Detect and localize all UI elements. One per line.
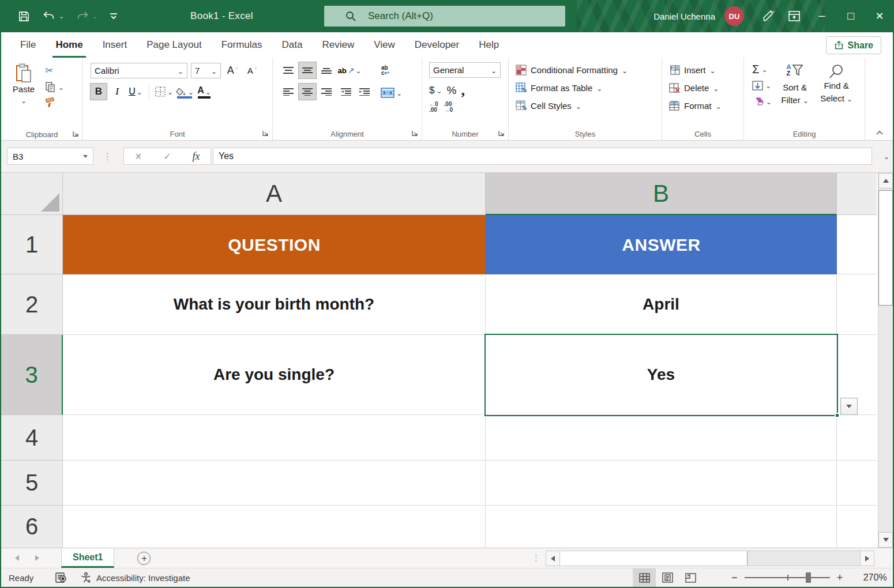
row-header-2[interactable]: 2 — [1, 274, 63, 335]
cell-b1[interactable]: ANSWER — [486, 215, 837, 274]
enter-button[interactable]: ✓ — [163, 151, 171, 162]
cell-b4[interactable] — [486, 415, 837, 461]
vertical-scrollbar-thumb[interactable] — [878, 190, 893, 306]
horizontal-scrollbar-track[interactable] — [747, 551, 860, 566]
decrease-indent-button[interactable] — [337, 84, 354, 100]
zoom-slider[interactable] — [745, 577, 830, 578]
row-header-5[interactable]: 5 — [1, 461, 63, 506]
number-format-combo[interactable]: General — [429, 62, 501, 78]
name-box[interactable]: B3 — [7, 148, 93, 165]
undo-dropdown-chevron-icon[interactable]: ⌄ — [59, 13, 64, 20]
tab-review[interactable]: Review — [312, 32, 364, 58]
macro-record-button[interactable] — [55, 572, 67, 583]
tab-view[interactable]: View — [364, 32, 405, 58]
wrap-text-button[interactable]: ab c↩ — [377, 62, 394, 78]
cell-fill[interactable] — [837, 415, 877, 461]
cancel-button[interactable]: ✕ — [134, 151, 142, 162]
accessibility-status[interactable]: Accessibility: Investigate — [80, 572, 190, 583]
tab-developer[interactable]: Developer — [405, 32, 469, 58]
formula-input[interactable]: Yes — [213, 148, 872, 165]
copy-button[interactable] — [45, 82, 64, 92]
tab-home[interactable]: Home — [46, 32, 92, 58]
cell-fill[interactable] — [837, 461, 877, 506]
redo-dropdown-chevron-icon[interactable]: ⌄ — [92, 13, 97, 20]
user-name[interactable]: Daniel Uchenna — [653, 12, 715, 21]
redo-button[interactable]: ⌄ — [76, 10, 97, 22]
decrease-decimal-button[interactable]: .00→0 — [444, 101, 453, 113]
whats-new-button[interactable] — [754, 0, 781, 32]
accounting-format-button[interactable]: $ — [429, 85, 442, 96]
format-as-table-button[interactable]: Format as Table — [516, 79, 662, 97]
tab-file[interactable]: File — [10, 32, 46, 58]
bottom-align-button[interactable] — [318, 62, 335, 78]
undo-button[interactable]: ⌄ — [42, 10, 64, 22]
fill-button[interactable] — [752, 80, 772, 91]
tab-help[interactable]: Help — [469, 32, 509, 58]
zoom-level[interactable]: 270% — [848, 572, 887, 583]
sheet-tab-sheet1[interactable]: Sheet1 — [61, 548, 114, 568]
page-layout-view-button[interactable] — [656, 568, 679, 587]
collapse-ribbon-button[interactable] — [876, 130, 884, 135]
paste-button[interactable]: Paste — [7, 62, 40, 127]
scroll-left-button[interactable] — [546, 551, 560, 566]
comma-style-button[interactable]: , — [461, 82, 465, 99]
customize-qat-button[interactable] — [109, 12, 118, 20]
cell-fill[interactable] — [837, 506, 877, 548]
cell-fill[interactable] — [837, 274, 877, 335]
conditional-formatting-button[interactable]: Conditional Formatting — [516, 61, 662, 79]
merge-center-button[interactable] — [381, 88, 402, 98]
minimize-button[interactable]: ─ — [807, 0, 836, 32]
zoom-out-button[interactable]: − — [731, 572, 738, 584]
horizontal-scrollbar[interactable] — [546, 551, 874, 566]
insert-cells-button[interactable]: Insert — [669, 61, 743, 79]
new-sheet-button[interactable]: + — [137, 552, 151, 565]
cut-button[interactable]: ✂ — [45, 65, 64, 77]
tab-formulas[interactable]: Formulas — [212, 32, 272, 58]
tab-data[interactable]: Data — [272, 32, 313, 58]
align-left-button[interactable] — [280, 84, 297, 100]
italic-button[interactable]: I — [109, 84, 125, 100]
row-header-1[interactable]: 1 — [1, 215, 63, 274]
scroll-right-button[interactable] — [860, 551, 874, 566]
data-validation-dropdown-button[interactable] — [840, 398, 858, 415]
vertical-scrollbar[interactable] — [878, 173, 893, 548]
cell-a6[interactable] — [63, 506, 486, 548]
font-name-combo[interactable]: Calibri — [91, 63, 187, 78]
cell-a5[interactable] — [63, 461, 486, 506]
row-header-3[interactable]: 3 — [1, 335, 63, 415]
top-align-button[interactable] — [280, 62, 297, 78]
decrease-font-size-button[interactable]: Aˇ — [244, 62, 260, 78]
avatar[interactable]: DU — [724, 6, 744, 26]
zoom-slider-thumb[interactable] — [806, 572, 811, 583]
select-all-button[interactable] — [1, 173, 63, 215]
borders-button[interactable] — [155, 84, 173, 100]
font-color-button[interactable]: A — [196, 84, 212, 100]
clipboard-dialog-launcher[interactable] — [72, 130, 79, 137]
share-button[interactable]: Share — [826, 36, 881, 54]
column-header-b[interactable]: B — [486, 173, 837, 215]
ribbon-display-options-button[interactable] — [781, 0, 807, 32]
row-header-4[interactable]: 4 — [1, 415, 63, 461]
cell-a3[interactable]: Are you single? — [63, 335, 486, 415]
maximize-button[interactable]: □ — [836, 0, 865, 32]
format-painter-button[interactable] — [45, 97, 64, 108]
fill-color-button[interactable] — [175, 84, 194, 100]
find-select-button[interactable]: Find & Select — [818, 62, 855, 127]
sort-filter-button[interactable]: AZ Sort & Filter — [776, 62, 813, 127]
normal-view-button[interactable] — [633, 568, 656, 587]
tab-page-layout[interactable]: Page Layout — [137, 32, 211, 58]
column-header-a[interactable]: A — [63, 173, 486, 215]
scroll-down-button[interactable] — [878, 532, 893, 548]
cell-b5[interactable] — [486, 461, 837, 506]
increase-decimal-button[interactable]: ←0.00 — [429, 101, 438, 113]
save-button[interactable] — [17, 10, 31, 23]
delete-cells-button[interactable]: Delete — [669, 79, 743, 97]
insert-function-button[interactable]: fx — [193, 150, 200, 163]
autosum-button[interactable]: Σ — [752, 64, 772, 74]
clear-button[interactable] — [752, 96, 772, 107]
format-cells-button[interactable]: Format — [669, 97, 743, 115]
cell-a4[interactable] — [63, 415, 486, 461]
formula-bar-divider-dots[interactable]: ⋮ — [103, 151, 112, 162]
next-sheet-button[interactable] — [35, 555, 39, 561]
tab-bar-divider-dots[interactable]: ⋮ — [532, 553, 540, 563]
